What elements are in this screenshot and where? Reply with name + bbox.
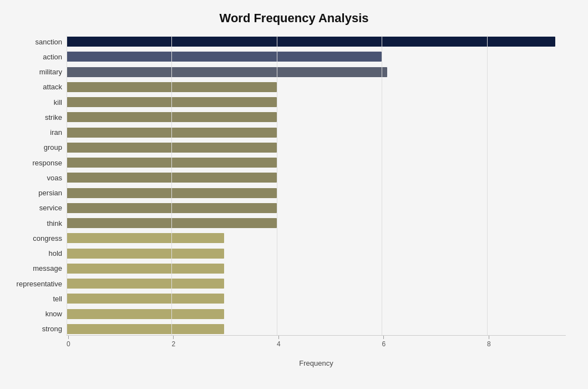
x-tick: 0 <box>67 336 70 348</box>
bar <box>67 52 382 62</box>
bar-label: sanction <box>1 38 62 46</box>
bar-row: service <box>67 202 566 214</box>
bar-label: iran <box>1 128 62 137</box>
bar-label: think <box>1 219 62 228</box>
grid-line <box>382 36 382 335</box>
bar-label: congress <box>1 234 62 243</box>
bar-row: persian <box>67 187 566 199</box>
bar-row: iran <box>67 127 566 139</box>
bar <box>67 294 224 304</box>
bar-label: hold <box>1 249 62 257</box>
x-tick-line <box>68 336 69 339</box>
x-ticks: 02468 <box>67 336 566 357</box>
bar-row: attack <box>67 81 566 93</box>
bar-label: military <box>1 68 62 76</box>
bar-row: congress <box>67 232 566 244</box>
x-tick-label: 0 <box>67 340 70 348</box>
x-tick: 4 <box>277 336 281 348</box>
chart-container: Word Frequency Analysis sanctionactionmi… <box>0 0 588 389</box>
bar <box>67 249 224 259</box>
grid-line <box>171 36 172 335</box>
x-tick-label: 4 <box>277 340 281 348</box>
x-tick: 8 <box>487 336 491 348</box>
x-axis: 02468 Frequency <box>67 335 566 357</box>
bar-row: tell <box>67 292 566 305</box>
bar-label: message <box>1 264 62 272</box>
bar-label: response <box>1 159 62 167</box>
bar-row: group <box>67 142 566 154</box>
bar-label: attack <box>1 83 62 91</box>
chart-area: sanctionactionmilitaryattackkillstrikeir… <box>67 36 566 357</box>
bar-row: hold <box>67 247 566 260</box>
x-tick-line <box>383 336 384 339</box>
bar-label: voas <box>1 174 62 182</box>
bar-row: action <box>67 50 566 63</box>
x-tick-line <box>173 336 174 339</box>
bar-label: action <box>1 53 62 61</box>
bar-row: kill <box>67 96 566 108</box>
grid-line <box>487 36 488 335</box>
x-tick-label: 2 <box>171 340 175 348</box>
bar-label: tell <box>1 295 62 303</box>
bar-row: representative <box>67 277 566 290</box>
bar-row: strong <box>67 323 566 335</box>
x-tick: 2 <box>171 336 175 348</box>
bar-label: service <box>1 204 62 212</box>
bar-row: strike <box>67 111 566 123</box>
bar <box>67 279 224 289</box>
bar-row: message <box>67 262 566 275</box>
bar <box>67 67 387 77</box>
x-tick-line <box>489 336 489 339</box>
x-tick-label: 8 <box>487 340 491 348</box>
bar-row: voas <box>67 171 566 184</box>
bar <box>67 233 224 243</box>
bar <box>67 37 555 47</box>
bar-label: strike <box>1 113 62 122</box>
x-tick-label: 6 <box>382 340 386 348</box>
bar-row: know <box>67 308 566 320</box>
bar-label: kill <box>1 98 62 107</box>
bar-label: persian <box>1 189 62 197</box>
bar-row: military <box>67 66 566 78</box>
x-axis-label: Frequency <box>67 359 566 367</box>
bar-row: think <box>67 217 566 229</box>
bar-row: response <box>67 156 566 169</box>
x-tick-line <box>278 336 279 339</box>
bar-label: know <box>1 310 62 318</box>
bar <box>67 264 224 274</box>
bar <box>67 324 224 334</box>
bar-label: group <box>1 143 62 151</box>
grid-line <box>67 36 67 335</box>
bar <box>67 309 224 319</box>
chart-title: Word Frequency Analysis <box>22 11 566 26</box>
bars-wrapper: sanctionactionmilitaryattackkillstrikeir… <box>67 36 566 335</box>
bar-label: representative <box>1 280 62 288</box>
grid-line <box>277 36 277 335</box>
bar-row: sanction <box>67 36 566 48</box>
x-tick: 6 <box>382 336 386 348</box>
bar-label: strong <box>1 325 62 333</box>
